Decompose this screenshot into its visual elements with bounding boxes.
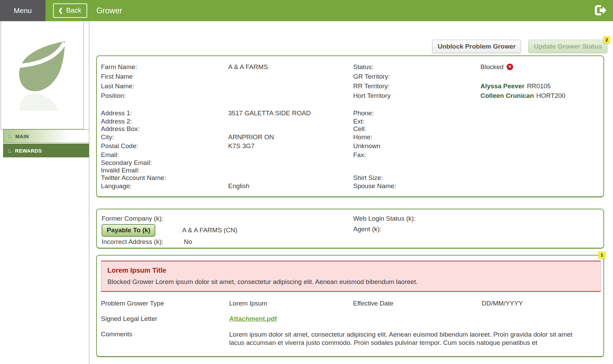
field-label: Address Box:	[101, 125, 228, 133]
field-label: RR Territory:	[353, 81, 481, 91]
city-value: ARNPRIOR ON	[228, 133, 274, 141]
field-label: Position:	[101, 91, 228, 101]
field-label: Address 2:	[101, 118, 228, 125]
effective-date-value: DD/MM/YYYY	[482, 300, 603, 307]
sidebar-nav: :. MAIN :. REWARDS	[3, 129, 89, 157]
problem-grower-details: Problem Grower Type Lorem Ipsum Effectiv…	[101, 300, 603, 347]
field-label: Secondary Email:	[101, 159, 228, 167]
farm-name-value: A & A FARMS	[228, 62, 268, 72]
alert-body: Blocked Grower Lorem ipsum dolor sit ame…	[107, 278, 594, 286]
company-left-column: Former Company (k): Payable To (k) A & A…	[97, 214, 350, 247]
attachment-cell: Attachment.pdf	[229, 315, 353, 323]
grower-info-right-column: Status: Blocked GR Territory: RR Territo…	[350, 62, 604, 191]
field-label: GR Territory:	[353, 72, 481, 81]
field-label: Status:	[353, 62, 481, 72]
update-grower-status-button[interactable]: Update Grower Status 2	[528, 40, 608, 53]
logout-icon[interactable]	[594, 5, 607, 16]
status-badge: Blocked	[481, 62, 513, 72]
address1-value: 3517 GALETTA SIDE ROAD	[228, 109, 311, 118]
main-content: Unblock Problem Grower Update Grower Sta…	[89, 21, 613, 364]
payable-to-value: A & A FARMS (CN)	[182, 226, 237, 234]
back-button[interactable]: ❮ Back	[53, 3, 87, 18]
problem-grower-type-label: Problem Grower Type	[101, 300, 229, 307]
rr-territory-value: Alyssa PeeverRR0105	[481, 81, 551, 91]
rr-territory-name[interactable]: Alyssa Peever	[481, 82, 525, 90]
field-label: Shirt Size:	[353, 174, 481, 182]
page-title: Grower	[96, 6, 122, 15]
hort-territory-name[interactable]: Colleen Crunican	[481, 92, 534, 99]
field-label: Spouse Name:	[353, 182, 481, 191]
alert-title: Lorem Ipsum Title	[107, 266, 594, 274]
field-label: Twitter Account Name:	[101, 174, 228, 182]
field-label: Home:	[353, 133, 481, 141]
web-login-status-label: Web Login Status (k):	[353, 214, 481, 223]
problem-grower-panel: 1 Lorem Ipsum Title Blocked Grower Lorem…	[96, 255, 604, 357]
attachment-link[interactable]: Attachment.pdf	[229, 315, 277, 322]
nav-bullet-icon: :.	[8, 133, 12, 139]
sidebar-item-rewards[interactable]: :. REWARDS	[3, 144, 89, 157]
hort-territory-code: HORT200	[536, 92, 565, 99]
unblock-problem-grower-button[interactable]: Unblock Problem Grower	[432, 40, 521, 53]
sidebar-rewards-label: REWARDS	[15, 148, 42, 154]
update-status-badge: 2	[603, 36, 610, 43]
incorrect-address-value: No	[184, 237, 192, 247]
comments-value: Lorem ipsum dolor sit amet, consectetur …	[229, 330, 603, 347]
field-label: First Name	[101, 72, 228, 81]
field-label: Email:	[101, 151, 228, 159]
action-buttons: Unblock Problem Grower Update Grower Sta…	[432, 40, 608, 53]
grower-info-panel: Farm Name:A & A FARMS First Name Last Na…	[96, 55, 604, 197]
postal-code-value: K7S 3G7	[228, 141, 255, 151]
field-label: Farm Name:	[101, 62, 228, 72]
sidebar-item-main[interactable]: :. MAIN	[3, 129, 89, 143]
update-grower-status-label: Update Grower Status	[534, 43, 602, 50]
top-bar: Menu ❮ Back Grower	[0, 0, 613, 21]
logo-box	[1, 21, 84, 129]
field-label: Language:	[101, 182, 228, 191]
sidebar: :. MAIN :. REWARDS	[0, 21, 89, 364]
sidebar-main-label: MAIN	[15, 133, 29, 139]
former-company-label: Former Company (k):	[102, 214, 164, 223]
field-label: City:	[101, 133, 228, 141]
incorrect-address-label: Incorrect Address (k):	[102, 237, 164, 247]
field-label: Postal Code:	[101, 141, 228, 151]
back-label: Back	[66, 6, 81, 14]
field-label: Unknown	[353, 141, 481, 151]
field-label: Last Name:	[101, 81, 228, 91]
chevron-left-icon: ❮	[58, 8, 63, 13]
field-label: Invalid Email:	[101, 167, 228, 174]
field-label: Cell:	[353, 125, 481, 133]
signed-legal-letter-label: Signed Legal Letter	[101, 315, 229, 323]
field-label: Address 1:	[101, 109, 228, 118]
leaf-logo-icon	[14, 36, 71, 111]
field-label: Hort Territory	[353, 91, 481, 101]
company-panel: Former Company (k): Payable To (k) A & A…	[96, 209, 604, 249]
comments-label: Comments	[101, 330, 229, 338]
blocked-grower-alert: Lorem Ipsum Title Blocked Grower Lorem i…	[101, 261, 601, 292]
menu-label: Menu	[14, 6, 32, 15]
grower-info-left-column: Farm Name:A & A FARMS First Name Last Na…	[97, 62, 350, 191]
status-value: Blocked	[481, 63, 504, 70]
problem-grower-badge: 1	[598, 251, 605, 259]
problem-grower-type-value: Lorem Ipsum	[229, 300, 353, 307]
blocked-status-icon	[507, 64, 513, 70]
hort-territory-value: Colleen CrunicanHORT200	[481, 91, 565, 101]
field-label: Ext:	[353, 118, 481, 125]
menu-button[interactable]: Menu	[0, 0, 45, 21]
effective-date-label: Effective Date	[353, 300, 482, 307]
rr-territory-code: RR0105	[527, 82, 551, 90]
nav-bullet-icon: :.	[8, 148, 12, 154]
field-label: Phone:	[353, 109, 481, 118]
company-right-column: Web Login Status (k): Agent (k):	[350, 214, 604, 247]
payable-to-button[interactable]: Payable To (k)	[102, 224, 155, 237]
language-value: English	[228, 182, 249, 191]
field-label: Fax:	[353, 151, 481, 159]
effective-date-text: DD/MM/YYYY	[482, 300, 523, 307]
agent-label: Agent (k):	[353, 224, 481, 234]
